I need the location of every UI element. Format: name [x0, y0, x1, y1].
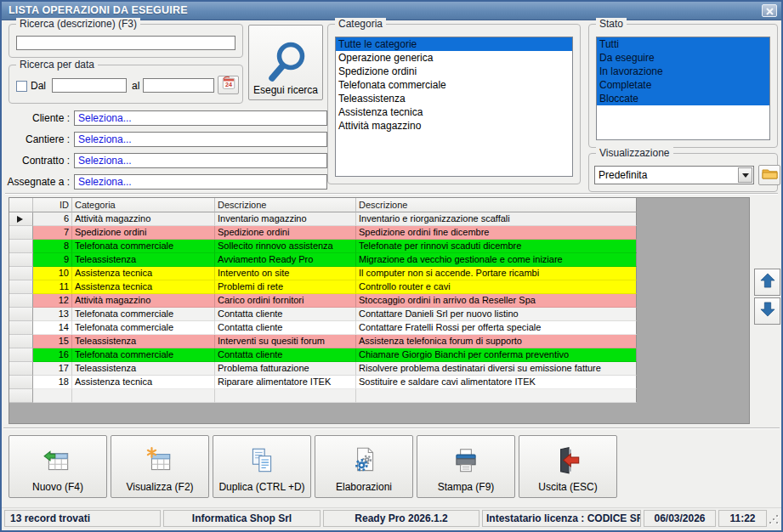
row-header-cell[interactable] [9, 321, 33, 335]
cell-id: 11 [33, 280, 72, 294]
exit-door-icon [553, 445, 583, 479]
table-row[interactable]: 8Telefonata commercialeSollecito rinnovo… [9, 240, 749, 253]
cell-descrizione2: Contattare Fratelli Rossi per offerta sp… [356, 321, 637, 335]
filter-select-input[interactable]: Seleziona... [74, 110, 327, 126]
table-row[interactable]: 10Assistenza tecnicaIntervento on siteIl… [9, 267, 749, 280]
categoria-item[interactable]: Operazione generica [336, 51, 572, 65]
elaborazioni-button[interactable]: Elaborazioni [315, 435, 413, 498]
search-description-label: Ricerca (descrizione) (F3) [16, 18, 140, 30]
cell-descrizione: Inventario magazzino [215, 212, 356, 226]
categoria-item[interactable]: Assistenza tecnica [336, 105, 572, 119]
cell-categoria: Attività magazzino [72, 212, 215, 226]
stato-group: Stato TuttiDa eseguireIn lavorazioneComp… [588, 24, 778, 148]
license-holder: Intestatario licenza : CODICE SR [482, 510, 641, 527]
categoria-title: Categoria [335, 18, 386, 30]
header-id[interactable]: ID [33, 198, 72, 212]
table-new-icon [43, 445, 73, 479]
documents-copy-icon [247, 445, 277, 479]
header-descrizione[interactable]: Descrizione [215, 198, 356, 212]
search-description-input[interactable] [16, 36, 235, 50]
categoria-list[interactable]: Tutte le categorieOperazione genericaSpe… [335, 37, 573, 177]
close-button[interactable] [762, 4, 777, 17]
date-to-input[interactable] [143, 78, 214, 93]
chevron-down-icon[interactable] [738, 167, 752, 183]
nuovo-button[interactable]: Nuovo (F4) [9, 435, 107, 498]
row-header-cell[interactable] [9, 362, 33, 376]
table-row[interactable]: 16Telefonata commercialeContatta cliente… [9, 348, 749, 362]
stato-item[interactable]: In lavorazione [597, 65, 769, 78]
execute-search-button[interactable]: Esegui ricerca [248, 25, 323, 100]
duplica-label: Duplica (CTRL +D) [218, 481, 304, 493]
resize-grip[interactable] [769, 515, 778, 524]
table-row[interactable]: 7Spedizione ordiniSpedizione ordiniSpedi… [9, 226, 749, 240]
filter-row: Cantiere :Seleziona... [2, 132, 333, 147]
row-header-cell[interactable] [9, 335, 33, 348]
table-row[interactable]: 18Assistenza tecnicaRiparare alimentator… [9, 376, 749, 389]
stato-item[interactable]: Completate [597, 78, 769, 92]
cell-descrizione: Carico ordini fornitori [215, 294, 356, 308]
duplica-button[interactable]: Duplica (CTRL +D) [213, 435, 311, 498]
categoria-item[interactable]: Telefonata commerciale [336, 78, 572, 92]
row-header-cell[interactable] [9, 212, 33, 226]
header-descrizione2[interactable]: Descrizione [356, 198, 637, 212]
dal-label: Dal [31, 80, 46, 92]
filter-select-input[interactable]: Seleziona... [74, 132, 327, 147]
table-row[interactable]: 9TeleassistenzaAvviamento Ready ProMigra… [9, 253, 749, 267]
table-row[interactable]: 12Attività magazzinoCarico ordini fornit… [9, 294, 749, 308]
open-view-button[interactable] [758, 165, 780, 185]
date-from-input[interactable] [52, 78, 127, 93]
cell-descrizione: Contatta cliente [215, 321, 356, 335]
stato-item[interactable]: Da eseguire [597, 51, 769, 65]
cell-descrizione2: Stoccaggio ordini in arrivo da Reseller … [356, 294, 637, 308]
table-row[interactable]: 15TeleassistenzaInterventi su quesiti fo… [9, 335, 749, 348]
row-header-cell[interactable] [9, 226, 33, 240]
stato-item[interactable]: Tutti [597, 37, 769, 51]
cell-categoria: Telefonata commerciale [72, 321, 215, 335]
cell-descrizione: Contatta cliente [215, 348, 356, 362]
current-row-marker-icon [17, 216, 23, 223]
uscita-label: Uscita (ESC) [538, 481, 597, 493]
row-header-cell[interactable] [9, 308, 33, 321]
cell-descrizione2: Migrazione da vecchio gestionale e come … [356, 253, 637, 267]
categoria-item[interactable]: Teleassistenza [336, 92, 572, 105]
visualizzazione-value: Predefinita [599, 169, 647, 181]
elaborazioni-label: Elaborazioni [336, 481, 392, 493]
stato-item[interactable]: Bloccate [597, 92, 769, 105]
document-gear-icon [349, 445, 379, 479]
header-categoria[interactable]: Categoria [72, 198, 215, 212]
row-header-cell[interactable] [9, 280, 33, 294]
table-row[interactable]: 14Telefonata commercialeContatta cliente… [9, 321, 749, 335]
row-header-cell[interactable] [9, 294, 33, 308]
cell-descrizione: Intervento on site [215, 267, 356, 280]
nuovo-label: Nuovo (F4) [32, 481, 83, 493]
table-row[interactable]: 13Telefonata commercialeContatta cliente… [9, 308, 749, 321]
uscita-button[interactable]: Uscita (ESC) [519, 435, 617, 498]
calendar-button[interactable]: 24 [218, 76, 239, 94]
row-header-cell[interactable] [9, 240, 33, 253]
cell-descrizione2: Controllo router e cavi [356, 280, 637, 294]
row-header-cell[interactable] [9, 376, 33, 389]
cell-categoria: Teleassistenza [72, 253, 215, 267]
row-header-cell[interactable] [9, 253, 33, 267]
date-filter-checkbox[interactable] [16, 81, 27, 92]
filter-row: Cliente :Seleziona... [2, 110, 333, 126]
table-row[interactable]: 17TeleassistenzaProblema fatturazioneRis… [9, 362, 749, 376]
status-time: 11:22 [718, 510, 767, 527]
move-down-button[interactable] [754, 297, 780, 325]
filter-select-input[interactable]: Seleziona... [74, 174, 327, 190]
table-row[interactable]: 6Attività magazzinoInventario magazzinoI… [9, 212, 749, 226]
row-header-cell[interactable] [9, 348, 33, 362]
categoria-item[interactable]: Tutte le categorie [336, 37, 572, 51]
move-up-button[interactable] [754, 269, 780, 296]
categoria-item[interactable]: Spedizione ordini [336, 65, 572, 78]
row-header-cell[interactable] [9, 267, 33, 280]
table-row[interactable]: 11Assistenza tecnicaProblemi di reteCont… [9, 280, 749, 294]
visualizzazione-combobox[interactable]: Predefinita [594, 166, 754, 184]
svg-text:24: 24 [225, 81, 232, 88]
stampa-button[interactable]: Stampa (F9) [417, 435, 515, 498]
printer-icon [451, 445, 481, 479]
visualizza-button[interactable]: Visualizza (F2) [111, 435, 209, 498]
stato-list[interactable]: TuttiDa eseguireIn lavorazioneCompletate… [596, 37, 770, 140]
categoria-item[interactable]: Attività magazzino [336, 119, 572, 133]
filter-select-input[interactable]: Seleziona... [74, 153, 327, 168]
